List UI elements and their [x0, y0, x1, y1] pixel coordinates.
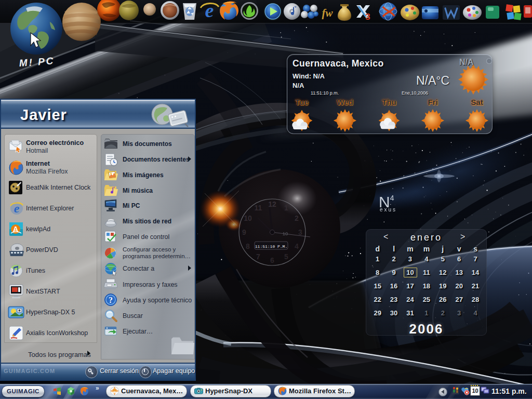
svg-text:?: ?: [109, 296, 113, 304]
svg-text:3: 3: [365, 12, 370, 22]
svg-text:12: 12: [268, 200, 276, 208]
svg-text:fw: fw: [322, 7, 334, 19]
svg-text:1: 1: [284, 204, 288, 212]
svg-text:4: 4: [295, 242, 299, 250]
svg-text:3: 3: [298, 228, 302, 236]
svg-text:M! PC: M! PC: [19, 55, 55, 69]
svg-text:6: 6: [270, 256, 274, 264]
svg-text:8: 8: [246, 242, 250, 250]
svg-text:5: 5: [284, 252, 288, 261]
svg-text:2: 2: [295, 214, 299, 222]
svg-text:11:51:10 P.M.: 11:51:10 P.M.: [255, 244, 287, 249]
svg-text:7: 7: [256, 252, 260, 261]
svg-text:11: 11: [255, 204, 262, 212]
svg-text:9: 9: [242, 228, 246, 236]
svg-text:10: 10: [244, 214, 252, 222]
